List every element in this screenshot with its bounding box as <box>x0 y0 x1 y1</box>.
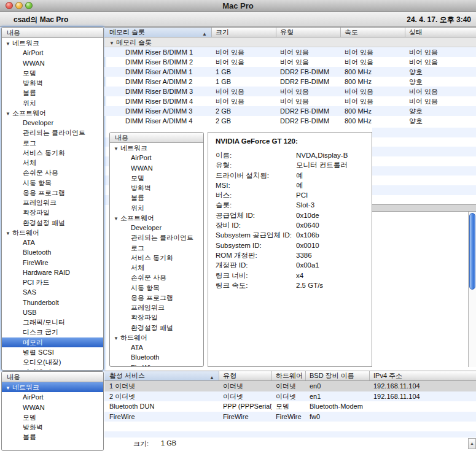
window-titlebar[interactable]: Mac Pro <box>0 0 476 12</box>
sidebar-item[interactable]: 이더넷 카드 <box>2 367 103 371</box>
sidebar-item[interactable]: 관리되는 클라이언트 <box>2 128 103 137</box>
sidebar-item[interactable]: 환경설정 패널 <box>2 218 103 228</box>
contents-pane-header[interactable]: 내용 <box>2 372 103 382</box>
sidebar-item[interactable]: ▼네트워크 <box>2 382 103 392</box>
sidebar-item[interactable]: 시동 항목 <box>110 283 203 293</box>
sidebar-item[interactable]: WWAN <box>110 163 203 173</box>
sidebar-item[interactable]: Developer <box>2 118 103 128</box>
sidebar-item[interactable]: FireWire <box>2 258 103 268</box>
sidebar-item[interactable]: ▼소프트웨어 <box>110 213 203 223</box>
sidebar-item[interactable]: 확장파일 <box>2 207 103 217</box>
contents-pane-header[interactable]: 내용 <box>110 133 203 143</box>
sidebar-item[interactable]: 위치 <box>2 98 103 108</box>
sidebar-item[interactable]: 볼륨 <box>110 193 203 202</box>
scroll-up-button[interactable]: ▲ <box>468 438 476 449</box>
sidebar-item[interactable]: FireWire <box>110 363 203 368</box>
column-header-memory-slot[interactable]: 메모리 슬롯▲ <box>104 28 212 37</box>
column-header-active-service[interactable]: 활성 서비스▲ <box>104 371 219 380</box>
sidebar-item[interactable]: ▼네트워크 <box>110 143 203 153</box>
column-header-ipv4[interactable]: IPv4 주소 <box>370 371 476 380</box>
column-header-type[interactable]: 유형 <box>276 28 341 37</box>
sidebar-item[interactable]: 볼륨 <box>2 88 103 98</box>
sidebar-item[interactable]: 서비스 동기화 <box>2 148 103 158</box>
sidebar-item[interactable]: 손쉬운 사용 <box>2 168 103 177</box>
sidebar-item[interactable]: ATA <box>110 342 203 352</box>
disclosure-triangle-icon[interactable]: ▼ <box>6 41 10 47</box>
sidebar-item[interactable]: 확장파일 <box>110 312 203 322</box>
sidebar-item[interactable]: 모뎀 <box>2 68 103 78</box>
sidebar-item[interactable]: 환경설정 패널 <box>110 323 203 333</box>
sidebar-item[interactable]: WWAN <box>2 403 103 412</box>
sidebar-item[interactable]: 프레임워크 <box>110 303 203 312</box>
sidebar-item[interactable]: PCI 카드 <box>2 277 103 287</box>
sidebar-item[interactable]: ATA <box>2 237 103 247</box>
sidebar-item[interactable]: Thunderbolt <box>2 298 103 307</box>
column-header-status[interactable]: 상태 <box>405 28 476 37</box>
sidebar-item[interactable]: USB <box>2 307 103 317</box>
disclosure-triangle-icon[interactable]: ▼ <box>114 216 119 222</box>
column-header-bsd-device[interactable]: BSD 장비 이름 <box>306 371 370 380</box>
sidebar-item[interactable]: 서체 <box>110 263 203 272</box>
sidebar-item[interactable]: 방화벽 <box>110 183 203 193</box>
disclosure-triangle-icon[interactable]: ▼ <box>114 336 119 341</box>
table-row[interactable]: FireWire FireWire FireWire fw0 <box>104 412 476 422</box>
sidebar-item[interactable]: AirPort <box>110 153 203 163</box>
sidebar-item[interactable]: 메모리 <box>2 337 103 347</box>
sidebar-item[interactable]: Bluetooth <box>110 352 203 362</box>
disclosure-triangle-icon[interactable]: ▼ <box>6 385 10 391</box>
sidebar-item[interactable]: 볼륨 <box>2 432 103 442</box>
sidebar-item[interactable]: 시동 항목 <box>2 178 103 188</box>
table-row[interactable]: DIMM Riser A/DIMM 4 2 GB DDR2 FB-DIMM 80… <box>104 116 476 126</box>
column-header-type[interactable]: 유형 <box>219 371 272 380</box>
sidebar-item[interactable]: AirPort <box>2 48 103 58</box>
sidebar-item[interactable]: 프레임워크 <box>2 198 103 207</box>
table-row[interactable]: 1 이더넷 이더넷 이더넷 en0 192.168.11.104 <box>104 381 476 391</box>
sidebar-item[interactable]: 방화벽 <box>2 78 103 88</box>
sidebar-item[interactable]: Hardware RAID <box>2 268 103 277</box>
table-row[interactable]: DIMM Riser B/DIMM 3 비어 있음 비어 있음 비어 있음 비어… <box>104 87 476 96</box>
sidebar-item[interactable]: Developer <box>110 223 203 233</box>
sidebar-item[interactable]: 오디오(내장) <box>2 357 103 367</box>
sidebar-item[interactable]: 모뎀 <box>110 173 203 183</box>
column-header-size[interactable]: 크기 <box>212 28 276 37</box>
sidebar-item[interactable]: 병렬 SCSI <box>2 347 103 357</box>
sidebar-item[interactable]: ▼네트워크 <box>2 38 103 48</box>
disclosure-triangle-icon[interactable]: ▼ <box>6 231 10 236</box>
contents-pane-header[interactable]: 내용 <box>2 28 103 38</box>
sidebar-item[interactable]: 응용 프로그램 <box>2 188 103 198</box>
table-row[interactable]: ▼메모리 슬롯 <box>104 37 476 47</box>
table-row[interactable]: DIMM Riser B/DIMM 4 비어 있음 비어 있음 비어 있음 비어… <box>104 96 476 106</box>
sidebar-item[interactable]: 서비스 동기화 <box>110 253 203 263</box>
table-row[interactable]: Bluetooth DUN PPP (PPPSerial) 모뎀 Bluetoo… <box>104 401 476 412</box>
sidebar-item[interactable]: 로그 <box>110 243 203 253</box>
sidebar-item[interactable]: 모뎀 <box>2 412 103 422</box>
sidebar-item[interactable]: ▼하드웨어 <box>2 228 103 237</box>
sidebar-item[interactable]: 응용 프로그램 <box>110 293 203 303</box>
sidebar-item[interactable]: 서체 <box>2 158 103 168</box>
sidebar-item[interactable]: 그래픽/모니터 <box>2 317 103 327</box>
sidebar-item[interactable]: 위치 <box>110 203 203 213</box>
table-row[interactable]: DIMM Riser A/DIMM 3 2 GB DDR2 FB-DIMM 80… <box>104 106 476 116</box>
sidebar-item[interactable]: ▼소프트웨어 <box>2 108 103 118</box>
column-header-hardware[interactable]: 하드웨어 <box>272 371 306 380</box>
column-header-speed[interactable]: 속도 <box>341 28 405 37</box>
sidebar-item[interactable]: WWAN <box>2 58 103 68</box>
table-row[interactable]: DIMM Riser B/DIMM 2 비어 있음 비어 있음 비어 있음 비어… <box>104 57 476 67</box>
disclosure-triangle-icon[interactable]: ▼ <box>6 111 10 117</box>
table-row[interactable]: DIMM Riser A/DIMM 2 1 GB DDR2 FB-DIMM 80… <box>104 77 476 87</box>
sidebar-item[interactable]: 방화벽 <box>2 422 103 432</box>
disclosure-triangle-icon[interactable]: ▼ <box>114 146 119 152</box>
sidebar-item[interactable]: SAS <box>2 287 103 297</box>
sidebar-item[interactable]: Bluetooth <box>2 247 103 257</box>
sidebar-item[interactable]: ▼하드웨어 <box>110 333 203 342</box>
sidebar-item[interactable]: 로그 <box>2 138 103 148</box>
sidebar-item[interactable]: 관리되는 클라이언트 <box>110 233 203 242</box>
sidebar-item[interactable]: AirPort <box>2 392 103 402</box>
table-row[interactable]: DIMM Riser A/DIMM 1 1 GB DDR2 FB-DIMM 80… <box>104 67 476 77</box>
table-row[interactable]: DIMM Riser B/DIMM 1 비어 있음 비어 있음 비어 있음 비어… <box>104 47 476 57</box>
scrollbar-thumb[interactable] <box>469 213 475 290</box>
sidebar-item[interactable]: 디스크 굽기 <box>2 327 103 337</box>
table-row[interactable]: 2 이더넷 이더넷 이더넷 en1 192.168.11.104 <box>104 391 476 402</box>
sidebar-item[interactable]: 손쉬운 사용 <box>110 272 203 282</box>
vertical-scrollbar[interactable] <box>468 212 476 367</box>
